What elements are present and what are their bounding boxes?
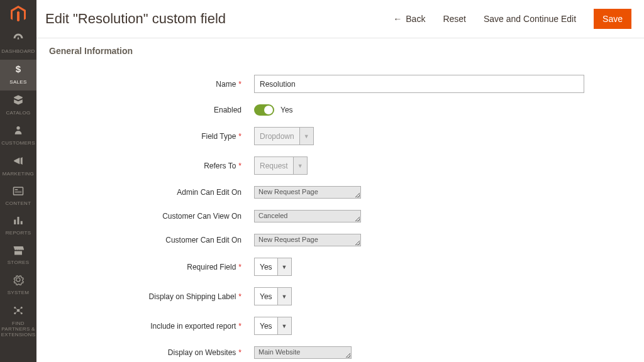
customer-view-label: Customer Can View On <box>99 210 254 221</box>
sidebar-label: CUSTOMERS <box>1 141 35 146</box>
websites-value: Main Website <box>258 348 300 356</box>
sidebar-item-partners[interactable]: FIND PARTNERS & EXTENSIONS <box>0 301 36 343</box>
refers-to-select: Request ▼ <box>254 156 308 175</box>
admin-edit-label: Admin Can Edit On <box>99 186 254 197</box>
admin-sidebar: DASHBOARD $ SALES CATALOG CUSTOMERS MARK… <box>0 0 36 362</box>
svg-rect-4 <box>15 191 22 192</box>
sidebar-item-customers[interactable]: CUSTOMERS <box>0 121 36 151</box>
form-row-shipping: Display on Shipping Label Yes ▼ <box>99 287 619 305</box>
name-label: Name <box>99 80 254 89</box>
chevron-down-icon: ▼ <box>277 258 291 275</box>
save-continue-button[interactable]: Save and Continue Edit <box>484 14 576 24</box>
reports-icon <box>13 216 24 229</box>
save-button[interactable]: Save <box>594 9 631 29</box>
export-value: Yes <box>255 317 277 334</box>
export-label: Include in exported report <box>99 322 254 331</box>
header-actions: ← Back Reset Save and Continue Edit Save <box>393 9 631 29</box>
page-header: Edit "Resolution" custom field ← Back Re… <box>36 0 644 38</box>
svg-rect-7 <box>18 217 19 224</box>
sidebar-label: STORES <box>8 260 30 266</box>
magento-logo[interactable] <box>0 0 36 29</box>
form-row-name: Name <box>99 75 619 93</box>
sidebar-item-dashboard[interactable]: DASHBOARD <box>0 29 36 60</box>
chevron-down-icon: ▼ <box>293 157 307 174</box>
admin-edit-multiselect[interactable]: New Request Page <box>254 186 361 199</box>
required-value: Yes <box>255 258 277 275</box>
partners-icon <box>13 305 24 319</box>
sidebar-label: SYSTEM <box>8 290 30 296</box>
chevron-down-icon: ▼ <box>277 317 291 334</box>
arrow-left-icon: ← <box>393 14 402 24</box>
system-icon <box>13 274 24 288</box>
sidebar-item-stores[interactable]: STORES <box>0 241 36 271</box>
resize-handle[interactable] <box>355 241 360 246</box>
sidebar-label: REPORTS <box>6 231 31 236</box>
refers-to-label: Refers To <box>99 162 254 170</box>
shipping-value: Yes <box>255 288 277 305</box>
customer-edit-label: Customer Can Edit On <box>99 234 254 244</box>
svg-point-1 <box>16 126 19 129</box>
resize-handle[interactable] <box>355 193 360 198</box>
field-type-select: Dropdown ▼ <box>254 127 314 145</box>
reset-button[interactable]: Reset <box>443 14 466 24</box>
svg-rect-5 <box>15 192 22 193</box>
customer-view-multiselect[interactable]: Canceled <box>254 210 361 222</box>
svg-rect-6 <box>14 219 16 224</box>
customer-edit-value: New Request Page <box>258 236 318 243</box>
stores-icon <box>13 245 24 258</box>
magento-logo-icon <box>10 6 26 23</box>
chevron-down-icon: ▼ <box>299 128 313 145</box>
sidebar-item-marketing[interactable]: MARKETING <box>0 151 36 182</box>
sidebar-label: FIND PARTNERS & EXTENSIONS <box>1 321 36 337</box>
form-row-refers-to: Refers To Request ▼ <box>99 156 619 175</box>
svg-rect-3 <box>15 189 18 190</box>
enabled-toggle[interactable] <box>254 104 274 116</box>
resize-handle[interactable] <box>355 217 360 222</box>
websites-multiselect[interactable]: Main Website <box>254 346 352 359</box>
name-input[interactable] <box>254 75 584 93</box>
form-row-field-type: Field Type Dropdown ▼ <box>99 127 619 145</box>
sidebar-item-system[interactable]: SYSTEM <box>0 270 36 301</box>
marketing-icon <box>13 155 24 170</box>
websites-label: Display on Websites <box>99 346 254 357</box>
main-content: Edit "Resolution" custom field ← Back Re… <box>36 0 644 362</box>
sales-icon: $ <box>13 63 24 78</box>
chevron-down-icon: ▼ <box>277 288 291 305</box>
admin-edit-value: New Request Page <box>258 188 318 195</box>
field-type-value: Dropdown <box>255 128 299 145</box>
sidebar-item-catalog[interactable]: CATALOG <box>0 90 36 121</box>
form-row-websites: Display on Websites Main Website <box>99 346 619 359</box>
catalog-icon <box>13 94 24 109</box>
content-icon <box>13 186 24 199</box>
sidebar-label: DASHBOARD <box>1 49 35 55</box>
sidebar-item-sales[interactable]: $ SALES <box>0 60 36 90</box>
form-row-required: Required Field Yes ▼ <box>99 258 619 276</box>
sidebar-label: MARKETING <box>3 172 34 177</box>
form-row-export: Include in exported report Yes ▼ <box>99 317 619 335</box>
svg-rect-8 <box>21 221 23 224</box>
export-select[interactable]: Yes ▼ <box>254 317 292 335</box>
customer-edit-multiselect[interactable]: New Request Page <box>254 234 361 246</box>
shipping-select[interactable]: Yes ▼ <box>254 287 292 305</box>
form-row-customer-view: Customer Can View On Canceled <box>99 210 619 222</box>
dashboard-icon <box>13 33 24 47</box>
sidebar-item-content[interactable]: CONTENT <box>0 182 36 212</box>
section-title: General Information <box>36 38 644 56</box>
shipping-label: Display on Shipping Label <box>99 292 254 301</box>
required-select[interactable]: Yes ▼ <box>254 258 292 276</box>
sidebar-item-reports[interactable]: REPORTS <box>0 212 36 241</box>
back-label: Back <box>406 14 425 24</box>
sidebar-label: SALES <box>9 80 26 85</box>
form-row-customer-edit: Customer Can Edit On New Request Page <box>99 234 619 246</box>
toggle-knob <box>264 106 273 114</box>
required-label: Required Field <box>99 263 254 272</box>
back-button[interactable]: ← Back <box>393 14 425 24</box>
sidebar-label: CATALOG <box>6 111 30 116</box>
svg-text:$: $ <box>16 63 21 74</box>
enabled-label: Enabled <box>99 106 254 114</box>
resize-handle[interactable] <box>346 353 351 358</box>
form-row-enabled: Enabled Yes <box>99 104 619 116</box>
customer-view-value: Canceled <box>258 212 287 219</box>
field-type-label: Field Type <box>99 132 254 141</box>
form-row-admin-edit: Admin Can Edit On New Request Page <box>99 186 619 199</box>
